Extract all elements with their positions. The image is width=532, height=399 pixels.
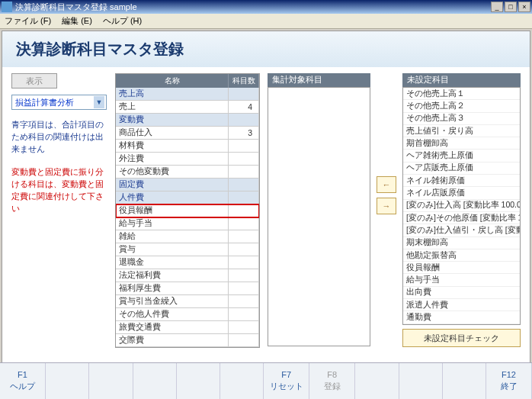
menu-bar: ファイル (F) 編集 (E) ヘルプ (H) [0, 14, 532, 29]
table-row[interactable]: その他人件費 [116, 308, 259, 321]
list-item[interactable]: 通勤費 [403, 311, 520, 323]
list-item[interactable]: 役員報酬 [403, 262, 520, 274]
close-button[interactable]: × [518, 2, 530, 12]
list-item[interactable]: その他売上高２ [403, 100, 520, 112]
display-button[interactable]: 表示 [11, 73, 57, 88]
table-row[interactable]: 交際費 [116, 334, 259, 347]
list-item[interactable]: [変のみ]仕入高 [変動比率 100.0 [403, 200, 520, 212]
chevron-down-icon: ▼ [94, 96, 104, 108]
list-item[interactable]: 出向費 [403, 287, 520, 299]
list-item[interactable]: ヘア雑術売上原価 [403, 150, 520, 162]
content-area: 決算診断科目マスタ登録 表示 損益計算書分析 ▼ 青字項目は、合計項目のため科目… [2, 31, 530, 365]
table-row[interactable]: 固定費 [116, 179, 259, 191]
menu-help[interactable]: ヘルプ (H) [103, 15, 142, 27]
table-row[interactable]: 役員報酬 [116, 204, 259, 217]
list-item[interactable]: ネイル雑術原価 [403, 175, 520, 187]
f7-button[interactable]: F7 リセット [264, 363, 309, 399]
maximize-button[interactable]: □ [505, 2, 517, 12]
analysis-select[interactable]: 損益計算書分析 ▼ [11, 95, 107, 110]
table-row[interactable]: 賞与引当金繰入 [116, 295, 259, 308]
list-item[interactable]: [変のみ]その他原価 [変動比率 1 [403, 212, 520, 224]
aggregate-list[interactable] [268, 87, 370, 346]
item-table: 名称 科目数 売上高売上4変動費商品仕入3材料費外注費その他変動費固定費人件費役… [115, 73, 260, 348]
list-item[interactable]: 給与手当 [403, 274, 520, 286]
column-name: 名称 [116, 74, 229, 88]
unset-check-button[interactable]: 未設定科目チェック [402, 329, 521, 347]
list-item[interactable]: ヘア店販売上原価 [403, 162, 520, 175]
list-item[interactable]: その他売上高３ [403, 113, 520, 125]
footer-bar: F1 ヘルプ F7 リセット F8 登録 F12 終了 [0, 362, 532, 399]
table-row[interactable]: 売上高 [116, 88, 259, 101]
move-right-button[interactable]: → [377, 198, 396, 214]
column-count: 科目数 [229, 74, 259, 88]
unset-panel: 未設定科目 その他売上高１その他売上高２その他売上高３売上値引・戻り高期首棚卸高… [402, 73, 521, 347]
list-item[interactable]: 他勘定振替高 [403, 249, 520, 262]
table-row[interactable]: 給与手当 [116, 217, 259, 230]
app-icon [2, 2, 12, 12]
minimize-button[interactable]: _ [491, 2, 503, 12]
unset-label: 未設定科目 [402, 73, 521, 87]
table-body[interactable]: 売上高売上4変動費商品仕入3材料費外注費その他変動費固定費人件費役員報酬給与手当… [116, 88, 259, 347]
list-item[interactable]: ネイル店販原価 [403, 187, 520, 199]
table-row[interactable]: 賞与 [116, 243, 259, 256]
table-row[interactable]: 商品仕入3 [116, 127, 259, 140]
f12-button[interactable]: F12 終了 [486, 363, 532, 399]
table-row[interactable]: 旅費交通費 [116, 321, 259, 334]
analysis-select-value: 損益計算書分析 [15, 97, 74, 108]
list-item[interactable]: 旅費交通費 [403, 324, 520, 325]
list-item[interactable]: 派遣人件費 [403, 299, 520, 311]
title-bar: 決算診断科目マスタ登録 sample _ □ × [0, 0, 532, 14]
move-left-button[interactable]: ← [377, 176, 396, 193]
aggregate-panel: 集計対象科目 [268, 73, 370, 346]
list-item[interactable]: 期首棚卸高 [403, 137, 520, 150]
page-title: 決算診断科目マスタ登録 [16, 39, 516, 60]
table-row[interactable]: 変動費 [116, 114, 259, 127]
f1-button[interactable]: F1 ヘルプ [0, 363, 46, 399]
list-item[interactable]: 期末棚卸高 [403, 237, 520, 249]
table-row[interactable]: その他変動費 [116, 166, 259, 179]
menu-edit[interactable]: 編集 (E) [62, 15, 92, 27]
left-panel: 表示 損益計算書分析 ▼ 青字項目は、合計項目のため科目の関連付けは出来ません … [11, 73, 107, 226]
unset-list[interactable]: その他売上高１その他売上高２その他売上高３売上値引・戻り高期首棚卸高ヘア雑術売上… [402, 87, 521, 325]
table-row[interactable]: 法定福利費 [116, 269, 259, 282]
list-item[interactable]: 売上値引・戻り高 [403, 125, 520, 137]
menu-file[interactable]: ファイル (F) [5, 15, 51, 27]
note-blue: 青字項目は、合計項目のため科目の関連付けは出来ません [11, 119, 107, 155]
list-item[interactable]: その他売上高１ [403, 88, 520, 100]
window-title: 決算診断科目マスタ登録 sample [15, 2, 491, 13]
list-item[interactable]: [変のみ]仕入値引・戻し高 [変動 [403, 224, 520, 237]
table-row[interactable]: 外注費 [116, 153, 259, 166]
table-row[interactable]: 材料費 [116, 140, 259, 153]
note-red: 変動費と固定費に振り分ける科目は、変動費と固定費に関連付けして下さい [11, 166, 107, 214]
table-row[interactable]: 退職金 [116, 256, 259, 269]
table-row[interactable]: 人件費 [116, 191, 259, 204]
table-row[interactable]: 売上4 [116, 101, 259, 114]
aggregate-label: 集計対象科目 [268, 73, 370, 87]
f8-button[interactable]: F8 登録 [309, 363, 355, 399]
page-header: 決算診断科目マスタ登録 [2, 31, 530, 67]
table-row[interactable]: 雑給 [116, 230, 259, 243]
table-row[interactable]: 福利厚生費 [116, 282, 259, 295]
